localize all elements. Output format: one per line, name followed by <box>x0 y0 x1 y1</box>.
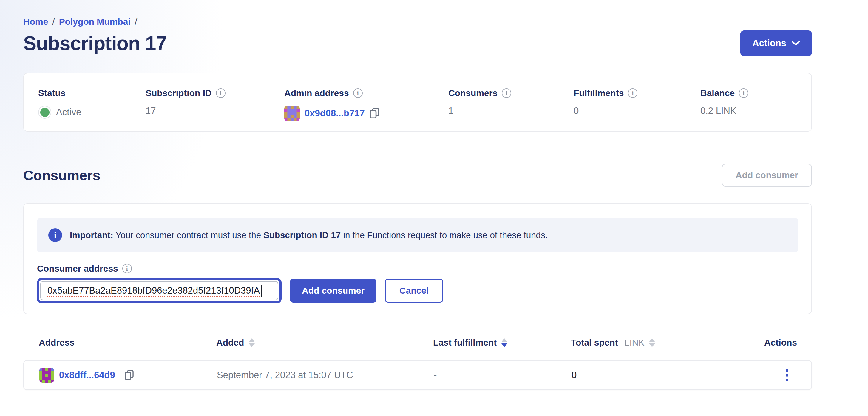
summary-consumers: Consumersi 1 <box>448 87 574 131</box>
admin-address-avatar <box>284 106 300 121</box>
column-header-address: Address <box>39 337 216 348</box>
column-header-added: Added <box>216 337 433 348</box>
consumer-address-input-value: 0x5abE77Ba2aE8918bfD96e2e382d5f213f10D39… <box>48 285 260 296</box>
add-consumer-button-disabled[interactable]: Add consumer <box>722 164 812 186</box>
info-circle-icon: i <box>48 228 62 242</box>
subscription-id-value: 17 <box>146 106 156 116</box>
copy-icon[interactable] <box>124 369 134 381</box>
actions-button[interactable]: Actions <box>740 30 812 56</box>
balance-label: Balance <box>701 88 735 98</box>
breadcrumb-separator: / <box>135 17 137 27</box>
banner-highlight: Subscription ID 17 <box>264 230 341 240</box>
row-address-cell: 0x8dff...64d9 <box>39 368 217 383</box>
consumer-address-avatar <box>39 368 54 383</box>
admin-address-label: Admin address <box>284 88 349 98</box>
status-ring <box>38 106 51 119</box>
status-dot-active <box>40 108 50 117</box>
subscription-id-label: Subscription ID <box>146 88 212 98</box>
info-icon[interactable]: i <box>216 88 225 98</box>
summary-subscription-id: Subscription IDi 17 <box>146 87 284 131</box>
text-cursor <box>261 285 261 297</box>
sort-total-spent-button[interactable] <box>649 338 655 347</box>
column-header-total-spent: Total spent LINK <box>571 337 764 348</box>
consumers-table-header: Address Added Last fulfillment Total spe… <box>23 336 812 349</box>
consumer-address-input[interactable]: 0x5abE77Ba2aE8918bfD96e2e382d5f213f10D39… <box>37 278 282 303</box>
breadcrumb-separator: / <box>52 17 55 27</box>
summary-admin-address: Admin addressi 0x9d08...b717 <box>284 87 448 131</box>
sort-added-button[interactable] <box>249 338 255 347</box>
consumers-heading: Consumers <box>23 167 100 183</box>
info-icon[interactable]: i <box>502 88 511 98</box>
summary-fulfillments: Fulfillmentsi 0 <box>574 87 701 131</box>
consumer-address-link[interactable]: 0x8dff...64d9 <box>59 370 115 381</box>
info-icon[interactable]: i <box>739 88 748 98</box>
consumer-address-label-row: Consumer address i <box>37 264 798 274</box>
row-last-fulfillment-cell: - <box>434 370 571 381</box>
consumers-value: 1 <box>448 106 454 116</box>
title-row: Subscription 17 Actions <box>23 30 812 56</box>
row-added-cell: September 7, 2023 at 15:07 UTC <box>217 370 434 381</box>
add-consumer-form-row: 0x5abE77Ba2aE8918bfD96e2e382d5f213f10D39… <box>37 278 798 303</box>
balance-value: 0.2 LINK <box>701 106 737 116</box>
copy-icon[interactable] <box>369 107 380 120</box>
table-row: 0x8dff...64d9 September 7, 2023 at 15:07… <box>23 360 812 390</box>
status-value: Active <box>56 107 81 118</box>
summary-balance: Balancei 0.2 LINK <box>701 87 797 131</box>
breadcrumb-link-home[interactable]: Home <box>23 17 48 27</box>
subscription-summary-card: Status Active Subscription IDi 17 Admin … <box>23 73 812 131</box>
info-icon[interactable]: i <box>628 88 638 98</box>
summary-status: Status Active <box>38 87 146 131</box>
row-total-spent-cell: 0 <box>571 370 765 381</box>
actions-button-label: Actions <box>752 38 786 49</box>
banner-text-after: in the Functions request to make use of … <box>341 230 548 240</box>
consumers-label: Consumers <box>448 88 498 98</box>
cancel-button[interactable]: Cancel <box>385 279 443 303</box>
add-consumer-submit-button[interactable]: Add consumer <box>290 279 376 303</box>
breadcrumb: Home / Polygon Mumbai / <box>23 17 812 27</box>
sort-last-fulfillment-button[interactable] <box>501 338 507 347</box>
column-header-actions: Actions <box>764 337 797 348</box>
fulfillments-value: 0 <box>574 106 579 116</box>
row-actions-menu-button[interactable] <box>784 367 790 383</box>
consumers-section-header: Consumers Add consumer <box>23 164 812 186</box>
info-icon[interactable]: i <box>122 264 132 273</box>
important-info-banner: i Important: Your consumer contract must… <box>37 218 798 252</box>
add-consumer-card: i Important: Your consumer contract must… <box>23 203 812 314</box>
banner-text: Important: Your consumer contract must u… <box>70 230 548 240</box>
info-icon[interactable]: i <box>353 88 363 98</box>
chevron-down-icon <box>792 40 800 46</box>
page-container: Home / Polygon Mumbai / Subscription 17 … <box>23 0 812 390</box>
status-label: Status <box>38 88 66 98</box>
consumer-address-label: Consumer address <box>37 264 118 274</box>
total-spent-unit: LINK <box>625 337 645 348</box>
page-title: Subscription 17 <box>23 32 166 55</box>
banner-text-before: Your consumer contract must use the <box>113 230 264 240</box>
breadcrumb-link-network[interactable]: Polygon Mumbai <box>59 17 131 27</box>
admin-address-link[interactable]: 0x9d08...b717 <box>305 108 365 119</box>
column-header-last-fulfillment: Last fulfillment <box>433 337 571 348</box>
fulfillments-label: Fulfillments <box>574 88 624 98</box>
row-actions-cell <box>765 367 796 383</box>
banner-bold: Important: <box>70 230 113 240</box>
